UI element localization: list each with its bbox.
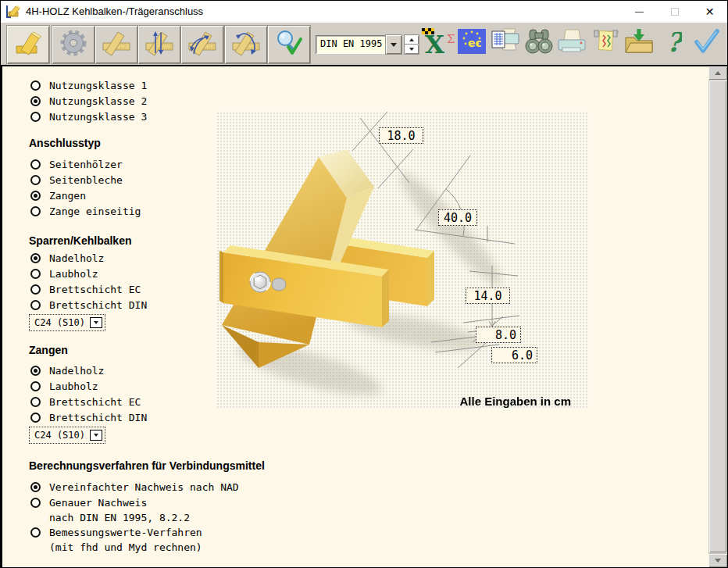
- radio-zangen-brettschicht-ec[interactable]: Brettschicht EC: [30, 394, 141, 409]
- toolbar-button-moment-loads[interactable]: [181, 26, 223, 63]
- vertical-loads-icon: [145, 29, 173, 60]
- radio-label: Zangen: [49, 190, 86, 202]
- radio-label: Genauer Nachweis: [49, 497, 147, 509]
- printer-icon: [557, 27, 587, 55]
- radio-label: Nutzungsklasse 3: [49, 111, 147, 123]
- note-icon: [591, 27, 621, 55]
- eurocode-button[interactable]: ec: [457, 27, 487, 55]
- radio-label: Nutzungsklasse 1: [49, 80, 147, 91]
- radio-label: Brettschicht EC: [49, 396, 141, 408]
- material-dropdown-button[interactable]: [90, 430, 102, 441]
- radio-zangen-nadelholz[interactable]: Nadelholz: [30, 363, 104, 378]
- confirm-button[interactable]: [693, 27, 721, 55]
- radio-icon: [30, 366, 41, 376]
- radio-label: Seitenhölzer: [49, 159, 123, 170]
- print-button[interactable]: [557, 27, 587, 55]
- radio-sparren-laubholz[interactable]: Laubholz: [30, 266, 98, 281]
- radio-sparren-nadelholz[interactable]: Nadelholz: [30, 250, 104, 266]
- radio-zangen-brettschicht-din[interactable]: Brettschicht DIN: [30, 409, 147, 425]
- search-button[interactable]: [524, 27, 554, 55]
- geometry-icon: [102, 29, 130, 60]
- radio-zangen-laubholz[interactable]: Laubholz: [30, 378, 98, 394]
- radio-icon: [30, 191, 41, 201]
- material-select-sparren[interactable]: C24 (S10): [29, 314, 105, 331]
- radio-icon: [30, 96, 41, 106]
- chevron-down-icon: [94, 434, 98, 437]
- radio-genauer-nachweis[interactable]: Genauer Nachweis: [30, 495, 147, 510]
- toolbar-button-vertical-loads[interactable]: [138, 26, 180, 63]
- radio-icon: [30, 397, 41, 407]
- save-button[interactable]: [624, 27, 654, 55]
- svg-text:ec: ec: [468, 37, 482, 49]
- radio-label: Vereinfachter Nachweis nach NAD: [49, 481, 239, 493]
- toolbar-button-geometry[interactable]: [95, 26, 137, 63]
- scroll-down-button[interactable]: [708, 554, 727, 567]
- minimize-button[interactable]: [622, 1, 657, 23]
- radio-icon: [30, 300, 41, 310]
- material-select-zangen[interactable]: C24 (S10): [29, 427, 105, 444]
- beam-height-field[interactable]: 14.0: [466, 288, 510, 304]
- radio-vereinfachter-nachweis[interactable]: Vereinfachter Nachweis nach NAD: [30, 479, 239, 495]
- material-value: C24 (S10): [34, 317, 85, 328]
- radio-seitenbleche[interactable]: Seitenbleche: [30, 172, 123, 188]
- toolbar-button-check-results[interactable]: [268, 26, 310, 63]
- main-content: Nutzungsklasse 1 Nutzungsklasse 2 Nutzun…: [1, 65, 728, 568]
- radio-sparren-brettschicht-ec[interactable]: Brettschicht EC: [30, 281, 141, 297]
- radio-icon: [30, 269, 41, 279]
- radio-nutzungsklasse-3[interactable]: Nutzungsklasse 3: [30, 109, 147, 124]
- zange-thickness-field[interactable]: 6.0: [491, 347, 537, 363]
- maximize-button[interactable]: [657, 1, 692, 23]
- help-button[interactable]: ?: [665, 27, 682, 57]
- radio-nutzungsklasse-1[interactable]: Nutzungsklasse 1: [30, 77, 147, 93]
- units-note: Alle Eingaben in cm: [459, 395, 571, 408]
- radio-zangen[interactable]: Zangen: [30, 188, 86, 203]
- toolbar-button-connection[interactable]: [7, 26, 49, 63]
- section-title-verfahren: Berechnungsverfahren für Verbindungsmitt…: [29, 459, 265, 472]
- rafter-width-field[interactable]: 18.0: [379, 127, 423, 144]
- timber-connection-icon: [14, 29, 42, 60]
- radio-icon: [30, 284, 41, 295]
- material-dropdown-button[interactable]: [90, 317, 102, 328]
- radio-bemessungswerte[interactable]: Bemessungswerte-Verfahren: [30, 524, 202, 540]
- radio-seitenhoelzer[interactable]: Seitenhölzer: [30, 156, 123, 172]
- roof-angle-field[interactable]: 40.0: [438, 209, 477, 226]
- excel-export-button[interactable]: X Σ: [421, 27, 455, 59]
- radio-label: Nadelholz: [49, 252, 104, 264]
- scroll-up-button[interactable]: [708, 66, 727, 80]
- svg-text:Σ: Σ: [447, 32, 455, 46]
- triangle-up-icon: [409, 38, 414, 41]
- minimize-icon: [635, 12, 644, 13]
- close-button[interactable]: ✕: [692, 1, 727, 23]
- triangle-up-icon: [715, 71, 721, 75]
- radio-nutzungsklasse-2[interactable]: Nutzungsklasse 2: [30, 93, 147, 109]
- radio-icon: [30, 381, 41, 391]
- zange-height-field[interactable]: 8.0: [476, 327, 521, 343]
- material-value: C24 (S10): [34, 430, 85, 441]
- load-transfer-icon: [232, 29, 260, 60]
- spin-down-button[interactable]: [405, 45, 419, 54]
- radio-icon: [30, 175, 41, 185]
- standard-select[interactable]: DIN EN 1995: [316, 35, 401, 54]
- spin-up-button[interactable]: [405, 35, 419, 45]
- section-title-sparren: Sparren/Kehlbalken: [29, 234, 132, 247]
- radio-label: Nadelholz: [49, 365, 104, 377]
- standard-select-dropdown-button[interactable]: [386, 35, 401, 54]
- radio-sparren-brettschicht-din[interactable]: Brettschicht DIN: [30, 297, 147, 313]
- annotations-button[interactable]: [591, 27, 621, 55]
- radio-sublabel: nach DIN EN 1995, 8.2.2: [49, 512, 190, 523]
- print-preview-icon: [491, 27, 520, 55]
- vertical-scrollbar[interactable]: [708, 66, 727, 567]
- radio-icon: [30, 112, 41, 122]
- radio-icon: [30, 482, 41, 492]
- radio-label: Brettschicht DIN: [49, 412, 147, 423]
- folder-save-icon: [624, 27, 654, 55]
- scrollbar-thumb[interactable]: [709, 80, 726, 552]
- moment-loads-icon: [188, 29, 216, 60]
- print-preview-button[interactable]: [491, 27, 520, 55]
- radio-label: Laubholz: [49, 268, 98, 280]
- toolbar-button-load-transfer[interactable]: [225, 26, 267, 63]
- standard-spinner: [405, 35, 419, 54]
- radio-zange-einseitig[interactable]: Zange einseitig: [30, 203, 141, 219]
- toolbar-button-settings[interactable]: [52, 26, 95, 63]
- chevron-down-icon: [391, 43, 397, 47]
